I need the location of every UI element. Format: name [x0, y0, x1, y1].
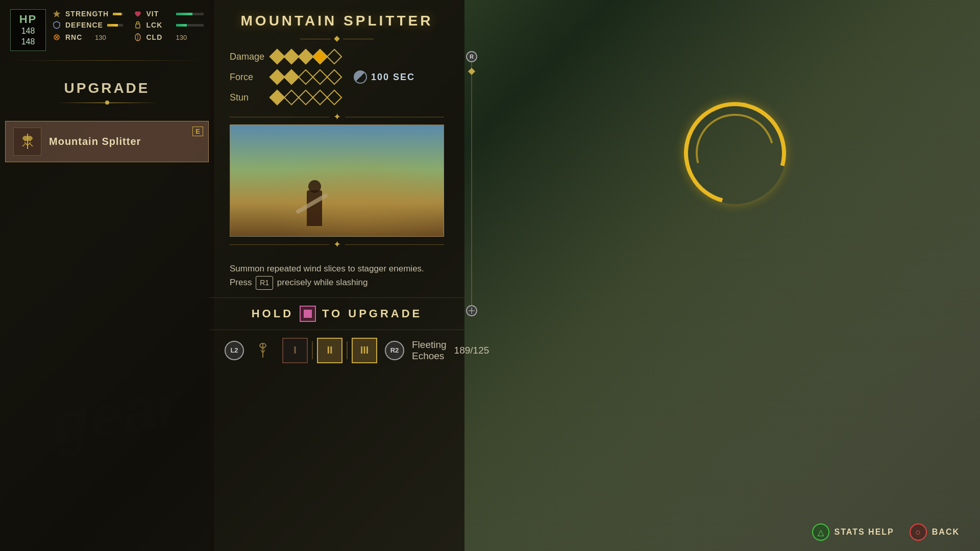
rnc-icon [52, 33, 61, 42]
stats-help-action[interactable]: △ STATS HELP [812, 523, 894, 541]
skill-name: Mountain Splitter [49, 136, 141, 147]
preview-ornament-bottom: ✦ [230, 239, 444, 250]
defence-icon [52, 20, 61, 30]
ornament-center-b: ✦ [333, 239, 341, 250]
rnc-value: 130 [95, 34, 106, 41]
divider-line-right [343, 39, 374, 39]
detail-divider-top [209, 37, 464, 41]
ornament-line-bl [230, 244, 329, 245]
triangle-symbol: △ [818, 528, 824, 537]
lck-label: LCK [146, 21, 172, 29]
timer-badge: 100 SEC [354, 70, 415, 84]
stats-help-label: STATS HELP [835, 528, 894, 537]
track-node-top: R [466, 51, 477, 62]
damage-label: Damage [230, 52, 265, 62]
stun-row: Stun [209, 88, 464, 107]
defence-label: DEFENCE [65, 21, 103, 29]
strength-label: STRENGTH [65, 10, 109, 18]
upgrade-button-text: HOLD TO UPGRADE [209, 306, 464, 322]
description-part2: precisely while slashing [277, 278, 368, 287]
ability-name: Fleeting Echoes [412, 339, 447, 362]
svg-line-7 [30, 144, 33, 146]
cld-value: 130 [176, 34, 187, 41]
lck-bar [176, 24, 204, 27]
stats-top-section: HP 148 148 STRENGTH [0, 0, 214, 56]
skill-badge: E [192, 127, 203, 136]
upgrade-line [56, 103, 158, 103]
detail-title: MOUNTAIN SPLITTER [209, 0, 464, 37]
force-diamond-5 [326, 69, 342, 85]
force-row: Force 100 SEC [209, 66, 464, 88]
slot-3-label: III [360, 344, 369, 356]
cld-stat: CLD 130 [133, 33, 204, 42]
defence-stat: DEFENCE [52, 20, 123, 30]
preview-scene [230, 125, 444, 236]
defence-bar-fill [107, 24, 118, 27]
damage-diamond-4 [312, 48, 328, 64]
rune-background [464, 0, 980, 551]
divider-line-left [300, 39, 331, 39]
circle-symbol: ○ [915, 527, 921, 538]
lck-bar-fill [176, 24, 187, 27]
r2-label: R2 [390, 346, 399, 354]
triangle-button: △ [812, 523, 829, 541]
preview-container: ✦ ✦ [230, 111, 444, 250]
force-diamond-3 [298, 69, 313, 85]
vit-stat: VIT [133, 9, 204, 18]
hp-label: HP [16, 13, 40, 26]
stun-diamond-5 [326, 89, 342, 105]
svg-line-6 [22, 144, 25, 146]
vertical-track: R [471, 51, 472, 316]
force-label: Force [230, 72, 265, 83]
stun-diamond-2 [283, 89, 299, 105]
stun-label: Stun [230, 92, 265, 103]
skill-icon [13, 128, 41, 156]
bottom-ui-bar: △ STATS HELP ○ BACK [209, 513, 980, 551]
timer-icon [354, 70, 367, 84]
stun-diamonds [272, 92, 340, 103]
description-text: Summon repeated wind slices to stagger e… [209, 254, 464, 297]
figure-body [307, 190, 322, 226]
damage-row: Damage [209, 47, 464, 66]
back-label: BACK [932, 528, 960, 537]
slot-2-label: II [327, 344, 332, 356]
slot-divider [312, 341, 313, 359]
hp-value-1: 148 [16, 26, 40, 37]
strength-stat: STRENGTH [52, 9, 123, 18]
upgrade-button-row[interactable]: HOLD TO UPGRADE [209, 297, 464, 330]
stats-grid: STRENGTH VIT [52, 9, 204, 42]
stats-divider [10, 60, 204, 61]
to-upgrade-text: TO UPGRADE [322, 307, 422, 320]
rnc-stat: RNC 130 [52, 33, 123, 42]
cld-label: CLD [146, 33, 172, 41]
vit-bar-fill [176, 13, 193, 15]
bottom-row: L2 I II III R2 Fleeting Echo [209, 330, 464, 371]
stun-diamond-1 [269, 89, 285, 105]
l2-label: L2 [230, 346, 238, 354]
skill-item-mountain-splitter[interactable]: Mountain Splitter E [5, 121, 209, 162]
svg-rect-1 [136, 24, 140, 28]
slot-divider-2 [347, 341, 348, 359]
back-action[interactable]: ○ BACK [910, 523, 960, 541]
slot-group: I II III [282, 338, 377, 363]
damage-diamond-5 [326, 48, 342, 64]
weapon-slot-axe [252, 339, 275, 362]
strength-bar [113, 13, 123, 15]
center-panel: MOUNTAIN SPLITTER Damage Force 100 SEC [209, 0, 464, 551]
cld-icon [133, 33, 142, 42]
vit-bar [176, 13, 204, 15]
slot-2[interactable]: II [317, 338, 342, 363]
preview-ornament-top: ✦ [230, 111, 444, 122]
l2-button[interactable]: L2 [225, 341, 244, 360]
ability-count: 189/125 [454, 345, 489, 356]
slot-1[interactable]: I [282, 338, 308, 363]
ornament-line-br [345, 244, 445, 245]
hp-value-2: 148 [16, 37, 40, 47]
square-inner [304, 310, 312, 318]
slot-3[interactable]: III [352, 338, 377, 363]
r2-button[interactable]: R2 [385, 341, 404, 360]
strength-icon [52, 9, 61, 18]
vit-icon [133, 9, 142, 18]
damage-diamond-1 [269, 48, 285, 64]
rnc-label: RNC [65, 33, 91, 41]
